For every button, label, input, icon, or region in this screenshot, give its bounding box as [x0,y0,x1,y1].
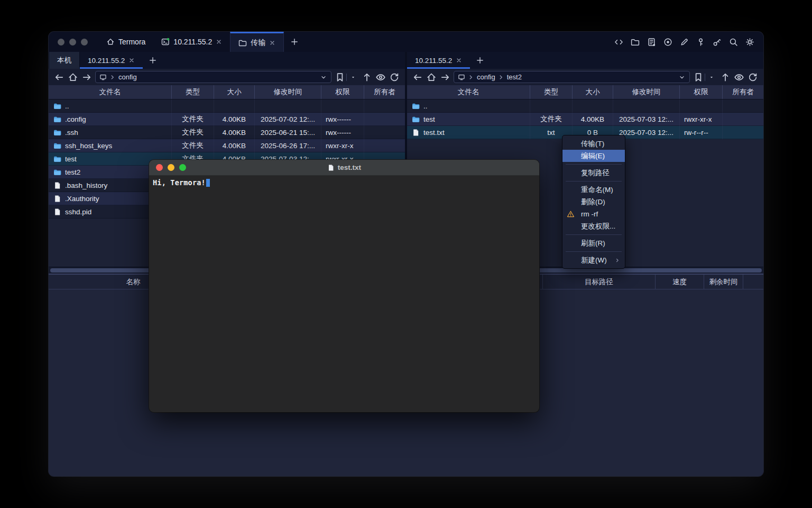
add-tab-button[interactable] [143,52,163,69]
refresh-button[interactable] [748,72,758,83]
show-hidden-button[interactable] [375,72,386,83]
home-button[interactable] [68,72,78,83]
app-tab[interactable]: 10.211.55.2 [153,32,230,52]
file-cell [680,99,723,113]
file-cell [723,113,763,126]
search-icon[interactable] [728,37,739,47]
app-tab-label: Termora [118,38,145,46]
pane-toolbar: config [49,69,405,85]
breadcrumb[interactable]: config [95,71,331,83]
column-header[interactable]: 所有者 [364,85,405,99]
menu-item[interactable]: 更改权限... [562,220,625,232]
forward-button[interactable] [81,72,92,83]
transfer-column-header[interactable]: 剩余时间 [704,275,743,289]
minimize-window-button[interactable] [69,39,76,46]
file-cell [723,126,763,139]
divider [705,74,705,81]
text-cursor [206,179,210,187]
new-tab-button[interactable] [284,32,305,52]
app-tab[interactable]: 传输 [230,32,284,52]
menu-item[interactable]: 传输(T) [562,138,625,150]
table-row[interactable]: .config文件夹4.00KB2025-07-02 12:...rwx----… [49,113,405,126]
file-cell [364,113,405,126]
file-name-cell: test [407,113,530,126]
breadcrumb-segment: config [477,73,495,81]
bookmark-dropdown-icon[interactable] [348,72,358,83]
settings-icon[interactable] [744,37,755,47]
menu-separator [566,164,622,165]
pane-tab[interactable]: 10.211.55.2 [407,52,470,69]
file-cell: rwxr-xr-x [321,139,364,152]
file-name: sshd.pid [65,208,91,216]
log-icon[interactable] [646,37,657,47]
bookmark-group [335,72,358,83]
menu-item[interactable]: 删除(D) [562,196,625,208]
table-row[interactable]: .. [407,99,763,113]
column-header[interactable]: 文件名 [407,85,530,99]
forward-button[interactable] [440,72,450,83]
table-row[interactable]: test文件夹4.00KB2025-07-03 12:...rwxr-xr-x [407,113,763,126]
terminal-icon [161,38,170,46]
menu-item[interactable]: 新建(W) [562,254,625,266]
pane-tab[interactable]: 10.211.55.2 [80,52,143,69]
folder-icon[interactable] [630,37,640,47]
column-header[interactable]: 文件名 [49,85,172,99]
folder-icon [53,129,61,137]
file-table-header: 文件名类型大小修改时间权限所有者 [49,85,405,99]
keychain-icon[interactable] [712,37,722,47]
parent-dir-button[interactable] [362,72,372,83]
menu-item[interactable]: 编辑(E) [562,150,625,162]
chevron-down-icon[interactable] [678,74,686,81]
column-header[interactable]: 大小 [214,85,255,99]
bookmark-icon[interactable] [693,72,704,83]
code-icon[interactable] [613,37,624,47]
editor-zoom-button[interactable] [179,164,186,171]
column-header[interactable]: 类型 [172,85,214,99]
key-icon[interactable] [695,37,706,47]
back-button[interactable] [54,72,64,83]
breadcrumb[interactable]: configtest2 [454,71,690,83]
bookmark-icon[interactable] [335,72,345,83]
titlebar: Termora10.211.55.2传输 [49,32,763,52]
transfer-column-header[interactable]: 目标路径 [543,275,656,289]
column-header[interactable]: 大小 [573,85,613,99]
add-tab-button[interactable] [470,52,490,69]
maximize-window-button[interactable] [81,39,88,46]
menu-item[interactable]: 重命名(M) [562,184,625,196]
parent-dir-button[interactable] [720,72,731,83]
menu-item-label: 复制路径 [581,168,610,178]
menu-item-label: rm -rf [581,210,598,218]
menu-item[interactable]: 复制路径 [562,167,625,179]
edit-icon[interactable] [679,37,689,47]
pane-tab[interactable]: 本机 [49,52,80,69]
editor-close-button[interactable] [156,164,163,171]
file-table-header: 文件名类型大小修改时间权限所有者 [407,85,763,99]
home-icon [106,38,115,46]
show-hidden-button[interactable] [734,72,744,83]
menu-separator [566,234,622,235]
column-header[interactable]: 所有者 [723,85,763,99]
table-row[interactable]: .ssh文件夹4.00KB2025-06-21 15:...rwx------ [49,126,405,139]
context-menu: 传输(T)编辑(E)复制路径重命名(M)删除(D)rm -rf更改权限...刷新… [562,135,625,269]
home-button[interactable] [426,72,437,83]
app-tab[interactable]: Termora [98,32,153,52]
column-header[interactable]: 类型 [530,85,573,99]
menu-item[interactable]: 刷新(R) [562,237,625,249]
transfer-column-header[interactable]: 速度 [656,275,704,289]
record-icon[interactable] [662,37,673,47]
column-header[interactable]: 修改时间 [255,85,321,99]
close-window-button[interactable] [58,39,64,46]
column-header[interactable]: 权限 [680,85,723,99]
table-row[interactable]: .. [49,99,405,113]
refresh-button[interactable] [389,72,400,83]
menu-item[interactable]: rm -rf [562,208,625,220]
bookmark-dropdown-icon[interactable] [706,72,717,83]
back-button[interactable] [412,72,423,83]
column-header[interactable]: 权限 [321,85,364,99]
chevron-down-icon[interactable] [320,74,327,81]
folder-icon [53,102,61,110]
column-header[interactable]: 修改时间 [613,85,680,99]
editor-content[interactable]: Hi, Termora! [149,176,539,189]
editor-minimize-button[interactable] [168,164,174,171]
table-row[interactable]: ssh_host_keys文件夹4.00KB2025-06-26 17:...r… [49,139,405,152]
